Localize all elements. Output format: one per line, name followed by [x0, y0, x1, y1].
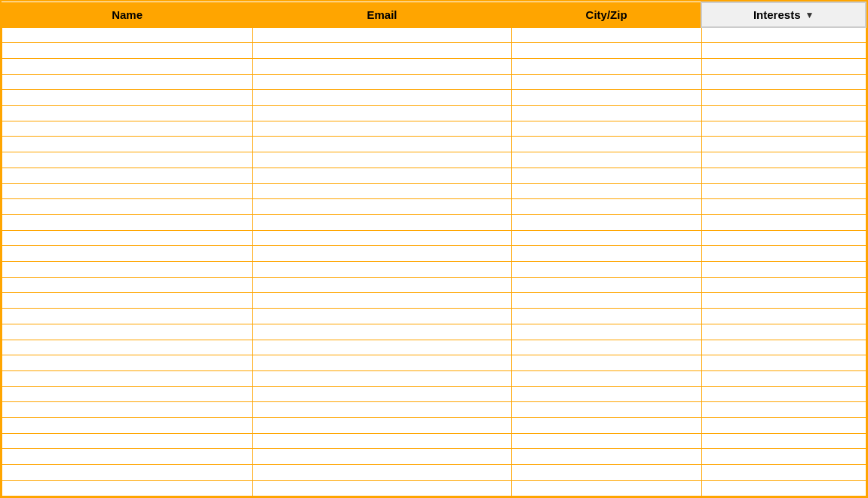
table-row[interactable] — [2, 277, 866, 293]
table-row[interactable] — [2, 465, 866, 481]
table-row[interactable] — [2, 168, 866, 183]
table-cell[interactable] — [2, 293, 253, 309]
table-cell[interactable] — [253, 262, 512, 278]
table-row[interactable] — [2, 106, 866, 121]
table-cell[interactable] — [253, 74, 512, 90]
table-cell[interactable] — [253, 106, 512, 121]
table-row[interactable] — [2, 480, 866, 496]
table-cell[interactable] — [2, 277, 253, 293]
table-cell[interactable] — [253, 324, 512, 340]
table-cell[interactable] — [2, 137, 253, 152]
table-row[interactable] — [2, 433, 866, 449]
table-row[interactable] — [2, 449, 866, 465]
table-cell[interactable] — [253, 418, 512, 434]
table-cell[interactable] — [511, 106, 701, 121]
table-row[interactable] — [2, 262, 866, 278]
table-cell[interactable] — [511, 262, 701, 278]
table-cell[interactable] — [253, 277, 512, 293]
table-row[interactable] — [2, 90, 866, 106]
table-cell[interactable] — [511, 121, 701, 137]
table-cell[interactable] — [511, 480, 701, 496]
table-cell[interactable] — [2, 324, 253, 340]
table-cell[interactable] — [253, 43, 512, 59]
table-cell[interactable] — [701, 433, 866, 449]
table-cell[interactable] — [701, 355, 866, 371]
table-cell[interactable] — [2, 340, 253, 355]
table-row[interactable] — [2, 74, 866, 90]
dropdown-arrow-icon[interactable]: ▼ — [805, 10, 814, 20]
table-cell[interactable] — [701, 370, 866, 386]
table-cell[interactable] — [701, 27, 866, 43]
table-row[interactable] — [2, 27, 866, 43]
table-cell[interactable] — [511, 214, 701, 230]
table-cell[interactable] — [701, 74, 866, 90]
table-row[interactable] — [2, 402, 866, 418]
table-cell[interactable] — [511, 340, 701, 355]
table-cell[interactable] — [253, 214, 512, 230]
table-cell[interactable] — [511, 433, 701, 449]
table-cell[interactable] — [2, 214, 253, 230]
table-cell[interactable] — [253, 246, 512, 262]
table-row[interactable] — [2, 324, 866, 340]
table-row[interactable] — [2, 340, 866, 355]
table-cell[interactable] — [701, 246, 866, 262]
table-row[interactable] — [2, 230, 866, 246]
table-cell[interactable] — [253, 199, 512, 215]
table-cell[interactable] — [701, 465, 866, 481]
table-cell[interactable] — [701, 58, 866, 74]
table-row[interactable] — [2, 309, 866, 324]
table-row[interactable] — [2, 152, 866, 168]
table-cell[interactable] — [701, 402, 866, 418]
table-cell[interactable] — [511, 309, 701, 324]
table-cell[interactable] — [511, 27, 701, 43]
table-cell[interactable] — [511, 168, 701, 183]
table-cell[interactable] — [511, 246, 701, 262]
table-cell[interactable] — [2, 433, 253, 449]
table-cell[interactable] — [253, 449, 512, 465]
table-cell[interactable] — [701, 90, 866, 106]
table-cell[interactable] — [2, 386, 253, 402]
table-cell[interactable] — [253, 355, 512, 371]
table-cell[interactable] — [511, 386, 701, 402]
table-row[interactable] — [2, 137, 866, 152]
table-cell[interactable] — [701, 230, 866, 246]
table-row[interactable] — [2, 293, 866, 309]
table-row[interactable] — [2, 183, 866, 199]
table-cell[interactable] — [253, 402, 512, 418]
table-cell[interactable] — [701, 293, 866, 309]
table-cell[interactable] — [2, 246, 253, 262]
table-cell[interactable] — [511, 324, 701, 340]
table-row[interactable] — [2, 58, 866, 74]
table-cell[interactable] — [253, 386, 512, 402]
table-cell[interactable] — [2, 402, 253, 418]
table-cell[interactable] — [511, 355, 701, 371]
table-cell[interactable] — [2, 465, 253, 481]
table-cell[interactable] — [701, 199, 866, 215]
table-cell[interactable] — [253, 137, 512, 152]
table-row[interactable] — [2, 43, 866, 59]
table-cell[interactable] — [701, 309, 866, 324]
table-cell[interactable] — [2, 168, 253, 183]
table-cell[interactable] — [511, 90, 701, 106]
table-cell[interactable] — [253, 465, 512, 481]
table-cell[interactable] — [511, 43, 701, 59]
table-cell[interactable] — [701, 43, 866, 59]
table-cell[interactable] — [701, 137, 866, 152]
table-cell[interactable] — [2, 355, 253, 371]
interests-column-header[interactable]: Interests ▼ — [701, 2, 866, 27]
table-cell[interactable] — [701, 324, 866, 340]
table-cell[interactable] — [253, 433, 512, 449]
table-cell[interactable] — [2, 480, 253, 496]
table-cell[interactable] — [511, 293, 701, 309]
table-cell[interactable] — [511, 183, 701, 199]
table-cell[interactable] — [511, 449, 701, 465]
table-cell[interactable] — [701, 386, 866, 402]
table-row[interactable] — [2, 386, 866, 402]
table-cell[interactable] — [511, 230, 701, 246]
table-cell[interactable] — [253, 27, 512, 43]
table-cell[interactable] — [2, 230, 253, 246]
table-cell[interactable] — [701, 340, 866, 355]
table-cell[interactable] — [701, 262, 866, 278]
table-row[interactable] — [2, 214, 866, 230]
table-row[interactable] — [2, 370, 866, 386]
